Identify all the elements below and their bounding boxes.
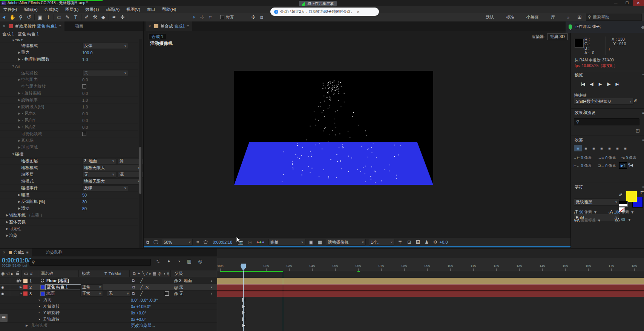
property-value[interactable]: 更改渲染器... [131,323,155,328]
property-checkbox[interactable] [82,84,86,88]
layer-bar-1[interactable] [217,278,644,284]
font-family-dropdown[interactable]: 微软雅黑∨ [574,198,619,206]
twirl-icon[interactable]: ▶ [17,193,21,197]
layer-bar-3[interactable] [217,291,644,297]
bw-swatch[interactable] [619,201,628,207]
first-frame-button[interactable]: |◀ [578,82,587,87]
timeline-property-X 轴旋转[interactable]: ◔X 轴旋转0x +109.0° [0,303,217,310]
always-preview-icon[interactable]: ⧉ [144,239,152,245]
twirl-icon[interactable]: ▶ [17,78,21,81]
layer-row-3[interactable]: ◉▼3地面正常∨无∨⧉╱@无∨ [0,290,217,297]
stopwatch-icon[interactable]: ◔ [21,111,23,116]
comp-flowchart-icon[interactable]: ♟ [422,239,431,245]
new-preset-icon[interactable]: ◳ [636,128,639,133]
maximize-button[interactable]: ❐ [621,0,633,6]
draft-switch-icon[interactable]: ╱ [140,285,143,290]
show-snapshot-icon[interactable]: ◎ [245,239,254,245]
transparency-grid-icon[interactable]: ▦ [316,239,324,245]
layer-row-1[interactable]: ▶1Floor [地面]⧉╱@3. 地面∨ [0,278,217,284]
tab-timeline-comp[interactable]: × 合成1 ≡ [0,249,32,256]
tab-effect-controls[interactable]: × 效果控件 蓝色 纯色1 ≡ [0,21,64,31]
twirl-icon[interactable]: ▶ [17,139,21,142]
effect-row-旋转频率[interactable]: ▶旋转频率1.0 [0,97,138,104]
time-ruler[interactable]: :00s01s02s03s04s05s06s07s08s09s10s11s12s… [217,258,644,271]
stopwatch-icon[interactable]: ◔ [38,311,40,315]
composition-viewport[interactable] [234,71,433,185]
effect-row-地板图层[interactable]: 地板图层3. 地面∨源∨ [0,158,138,165]
tab-composition[interactable]: × 合成 合成1 ≡ [146,21,192,31]
notice-close-icon[interactable]: ✕ [357,10,360,14]
property-value[interactable]: 1.0 [82,98,88,102]
close-tab-icon[interactable]: × [3,250,5,255]
puppet-pin-tool-icon[interactable]: ✜ [118,14,127,20]
draft-switch-icon[interactable]: ╱ [140,278,143,283]
property-value[interactable]: 0.0 [82,78,88,82]
property-dropdown[interactable]: 地板无限大∨ [82,178,142,185]
help-search-input[interactable]: ⚲搜索帮助 [586,14,642,21]
indent-left-field[interactable]: →⊨0像素 [573,155,592,160]
property-value[interactable]: 0.0 [82,118,88,123]
space-after-field[interactable]: ⊒→0像素 [598,163,616,168]
indent-first-line-field[interactable]: →⊏0像素 [598,155,616,160]
layer-trkmat-dropdown[interactable]: 无∨ [107,291,131,297]
twirl-icon[interactable]: ▶ [5,227,9,230]
rtl-direction-button[interactable]: ¶◀ [627,162,634,168]
layer-eye-icon[interactable]: ◉ [1,292,4,296]
twirl-icon[interactable]: ▶ [17,112,21,115]
effect-row-运动路径[interactable]: 运动路径关∨ [0,70,138,76]
effect-row-可见性[interactable]: ▶可见性 [0,226,138,232]
justify-last-right-button[interactable]: ≡ [613,145,621,151]
property-checkbox[interactable] [82,132,86,136]
pan-behind-tool-icon[interactable]: ✛ [44,14,52,20]
minimize-button[interactable]: — [610,0,621,6]
property-dropdown[interactable]: 地板无限大∨ [82,165,142,171]
parent-pickwhip-icon[interactable]: @ [174,285,178,290]
text-tool-icon[interactable]: T [72,14,80,20]
menu-item-7[interactable]: 窗口 [144,7,159,12]
twirl-icon[interactable]: ▶ [26,324,28,327]
effect-row-空气阻力旋转[interactable]: 空气阻力旋转 [0,83,138,90]
menu-item-4[interactable]: 效果(T) [82,7,102,12]
layer-bar-2[interactable] [217,284,644,291]
pen-tool-icon[interactable]: ✎ [63,14,72,20]
twirl-icon[interactable]: ▶ [5,234,9,237]
effects-search-input[interactable]: ⚲ [574,118,639,125]
effect-row-物理时间因数[interactable]: ▶◔物理时间因数1.0 [0,56,138,63]
workspace-3[interactable]: 库 [545,14,561,20]
brush-tool-icon[interactable]: ✐ [83,14,91,20]
hand-tool-icon[interactable]: ✋ [8,14,17,20]
pixel-aspect-icon[interactable]: 〒 [396,239,405,246]
region-of-interest-icon[interactable]: ▣ [307,239,316,245]
layer-twirl-icon[interactable]: ▶ [20,285,22,289]
previous-frame-button[interactable]: ◀| [587,82,596,87]
panel-menu-icon[interactable]: ≡ [187,24,189,28]
stopwatch-icon[interactable]: ◔ [21,125,23,129]
menu-item-2[interactable]: 合成(C) [41,7,62,12]
effect-row-物理[interactable]: ▼物理 [0,39,138,43]
eraser-tool-icon[interactable]: ◆ [99,14,107,20]
timeline-property-几何选项[interactable]: ▶几何选项更改渲染器... [0,322,217,329]
effect-row-墙模式[interactable]: 墙模式地板无限大∨ [0,178,138,185]
effect-row-紊乱场[interactable]: ▶紊乱场 [0,137,138,144]
view-layout-dropdown[interactable]: 1个..∨ [369,239,394,246]
local-axis-mode-icon[interactable]: ⌖ [190,14,198,20]
shape-tool-icon[interactable]: ▭ [55,14,63,20]
world-axis-mode-icon[interactable]: ⊹ [198,14,206,20]
timeline-property-Y 轴旋转[interactable]: ◔Y 轴旋转0x +0.0° [0,310,217,316]
shortcut-dropdown[interactable]: Shift+数字小键盘 0∨ [574,98,633,105]
choose-grid-icon[interactable]: ⌗ [194,239,201,245]
property-dropdown[interactable]: 反弹∨ [82,185,128,191]
twirl-icon[interactable]: ▶ [17,207,21,210]
layer-eye-icon[interactable]: ◉ [1,285,4,289]
twirl-icon[interactable]: ▼ [11,64,15,68]
view-axis-mode-icon[interactable]: ⌗ [206,14,215,20]
twirl-icon[interactable]: ▶ [5,220,9,224]
justify-all-button[interactable]: ≡ [621,145,629,151]
comp-mini-flowchart-button[interactable]: 合成 1 [149,33,166,40]
align-right-button[interactable]: ≡ [590,145,598,151]
twirl-icon[interactable]: ▶ [17,125,21,129]
play-button[interactable]: ▶ [596,82,604,87]
main-flowchart-icon[interactable]: 🖵 [152,239,161,245]
twirl-icon[interactable]: ▶ [17,92,21,95]
ltr-direction-button[interactable]: ▶¶ [619,162,627,169]
